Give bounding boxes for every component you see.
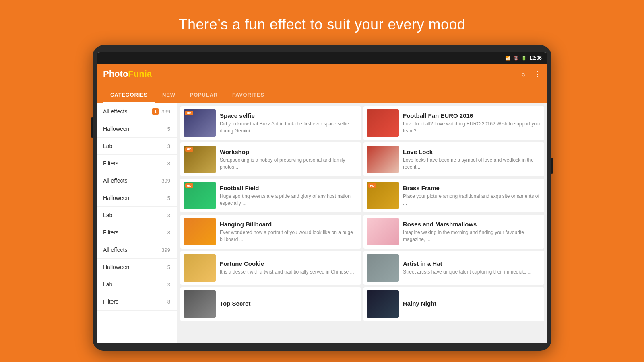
sidebar-item[interactable]: All effects 1 399 xyxy=(97,103,177,120)
effect-thumbnail xyxy=(184,218,216,245)
effect-card[interactable]: Top Secret xyxy=(180,287,361,321)
effect-thumbnail xyxy=(367,109,399,137)
effect-info: Hanging Billboard Ever wondered how a po… xyxy=(220,221,358,243)
sidebar-item-count: 399 xyxy=(161,247,170,253)
battery-icon: 🔋 xyxy=(521,56,527,61)
effect-info: Roses and Marshmallows Imagine waking in… xyxy=(403,221,541,243)
effect-description: Place your picture among traditional and… xyxy=(403,193,541,207)
effect-card[interactable]: Rainy Night xyxy=(363,287,544,321)
effect-card[interactable]: Hanging Billboard Ever wondered how a po… xyxy=(180,215,361,249)
effect-card[interactable]: HD Workshop Scrapbooking is a hobby of p… xyxy=(180,142,361,176)
hd-badge: HD xyxy=(185,147,193,152)
effect-thumbnail xyxy=(367,290,399,318)
effect-description: Imagine waking in the morning and findin… xyxy=(403,229,541,243)
effect-title: Roses and Marshmallows xyxy=(403,221,541,228)
sidebar-item[interactable]: Filters 8 xyxy=(97,293,177,311)
effect-thumbnail: HD xyxy=(184,146,216,173)
sidebar-item-count: 3 xyxy=(167,282,170,288)
sidebar-item-name: Halloween xyxy=(103,195,167,201)
effect-description: Street artists have unique talent captur… xyxy=(403,269,541,276)
tab-favorites[interactable]: FAVORITES xyxy=(225,88,272,103)
effect-title: Workshop xyxy=(220,148,358,155)
effect-title: Football Field xyxy=(220,185,358,191)
sidebar-item-count: 5 xyxy=(167,126,170,132)
effect-thumbnail xyxy=(184,290,216,318)
tab-categories[interactable]: CATEGORIES xyxy=(103,88,155,103)
tab-new[interactable]: NEW xyxy=(155,88,183,103)
search-icon[interactable]: ⌕ xyxy=(521,70,526,78)
effect-title: Football Fan EURO 2016 xyxy=(403,112,541,119)
sidebar-item[interactable]: Lab 3 xyxy=(97,276,177,293)
effect-card[interactable]: Artist in a Hat Street artists have uniq… xyxy=(363,251,544,285)
sidebar-item-count: 5 xyxy=(167,195,170,201)
sidebar-item[interactable]: Filters 8 xyxy=(97,155,177,172)
hd-badge: HD xyxy=(368,183,376,188)
effect-card[interactable]: HD Brass Frame Place your picture among … xyxy=(363,179,544,212)
status-time: 12:06 xyxy=(529,55,542,61)
effect-title: Love Lock xyxy=(403,148,541,155)
signal-icon: 📵 xyxy=(513,56,519,61)
sidebar-item-count: 3 xyxy=(167,212,170,218)
main-content: All effects 1 399 Halloween 5 Lab 3 Filt… xyxy=(97,103,547,343)
effect-thumbnail xyxy=(367,146,399,173)
sidebar-item-count: 8 xyxy=(167,299,170,305)
tablet-device: 📶 📵 🔋 12:06 PhotoFunia ⌕ ⋮ CATEGORIES NE… xyxy=(93,45,551,351)
effect-info: Workshop Scrapbooking is a hobby of pres… xyxy=(220,148,358,171)
effect-description: Scrapbooking is a hobby of preserving pe… xyxy=(220,157,358,171)
effect-info: Top Secret xyxy=(220,300,358,309)
effect-info: Love Lock Love locks have become a symbo… xyxy=(403,148,541,171)
sidebar-item-count: 3 xyxy=(167,143,170,149)
sidebar-badge: 1 xyxy=(152,108,159,115)
sidebar-item-name: Halloween xyxy=(103,264,167,270)
volume-button xyxy=(91,117,93,138)
logo-photo: Photo xyxy=(103,69,128,79)
effect-card[interactable]: Football Fan EURO 2016 Love football? Lo… xyxy=(363,106,544,140)
sidebar-item[interactable]: All effects 399 xyxy=(97,241,177,259)
effect-card[interactable]: Fortune Cookie It is a dessert with a tw… xyxy=(180,251,361,285)
sidebar-item-name: Lab xyxy=(103,212,167,218)
sidebar-item-name: All effects xyxy=(103,177,161,184)
effect-title: Rainy Night xyxy=(403,300,541,307)
effect-description: Ever wondered how a portrait of you woul… xyxy=(220,229,358,243)
more-options-icon[interactable]: ⋮ xyxy=(534,70,541,78)
sidebar-item[interactable]: Lab 3 xyxy=(97,207,177,224)
app-logo: PhotoFunia xyxy=(103,69,521,79)
effect-description: Love locks have become a symbol of love … xyxy=(403,157,541,171)
effect-thumbnail xyxy=(367,254,399,282)
status-bar: 📶 📵 🔋 12:06 xyxy=(97,52,547,64)
effect-info: Football Field Huge sporting events are … xyxy=(220,185,358,207)
sidebar-item-name: Filters xyxy=(103,298,167,305)
effect-info: Space selfie Did you know that Buzz Aldr… xyxy=(220,112,358,134)
effect-card[interactable]: HD Football Field Huge sporting events a… xyxy=(180,179,361,212)
effect-info: Artist in a Hat Street artists have uniq… xyxy=(403,260,541,276)
effect-thumbnail: HD xyxy=(367,182,399,209)
effect-card[interactable]: Roses and Marshmallows Imagine waking in… xyxy=(363,215,544,249)
sidebar: All effects 1 399 Halloween 5 Lab 3 Filt… xyxy=(97,103,177,343)
sidebar-item-name: Filters xyxy=(103,229,167,236)
sidebar-item[interactable]: Filters 8 xyxy=(97,224,177,241)
hd-badge: HD xyxy=(185,111,193,115)
sidebar-item[interactable]: Lab 3 xyxy=(97,138,177,155)
sidebar-item[interactable]: Halloween 5 xyxy=(97,189,177,207)
sidebar-item-name: Lab xyxy=(103,143,167,149)
effect-title: Artist in a Hat xyxy=(403,260,541,267)
sidebar-item-name: Halloween xyxy=(103,125,167,132)
effect-info: Football Fan EURO 2016 Love football? Lo… xyxy=(403,112,541,134)
effect-description: It is a dessert with a twist and traditi… xyxy=(220,269,358,276)
effect-card[interactable]: Love Lock Love locks have become a symbo… xyxy=(363,142,544,176)
effect-thumbnail: HD xyxy=(184,182,216,209)
sidebar-item-name: All effects xyxy=(103,247,161,253)
sidebar-item[interactable]: All effects 399 xyxy=(97,172,177,189)
sidebar-item-name: All effects xyxy=(103,108,152,115)
effect-title: Top Secret xyxy=(220,300,358,307)
power-button xyxy=(551,158,553,174)
effects-area: HD Space selfie Did you know that Buzz A… xyxy=(177,103,547,343)
effect-card[interactable]: HD Space selfie Did you know that Buzz A… xyxy=(180,106,361,140)
tab-popular[interactable]: POPULAR xyxy=(183,88,225,103)
effect-title: Brass Frame xyxy=(403,185,541,191)
effect-info: Rainy Night xyxy=(403,300,541,309)
app-header: PhotoFunia ⌕ ⋮ xyxy=(97,64,547,84)
sidebar-item[interactable]: Halloween 5 xyxy=(97,259,177,276)
sidebar-item-count: 8 xyxy=(167,230,170,236)
sidebar-item[interactable]: Halloween 5 xyxy=(97,120,177,138)
